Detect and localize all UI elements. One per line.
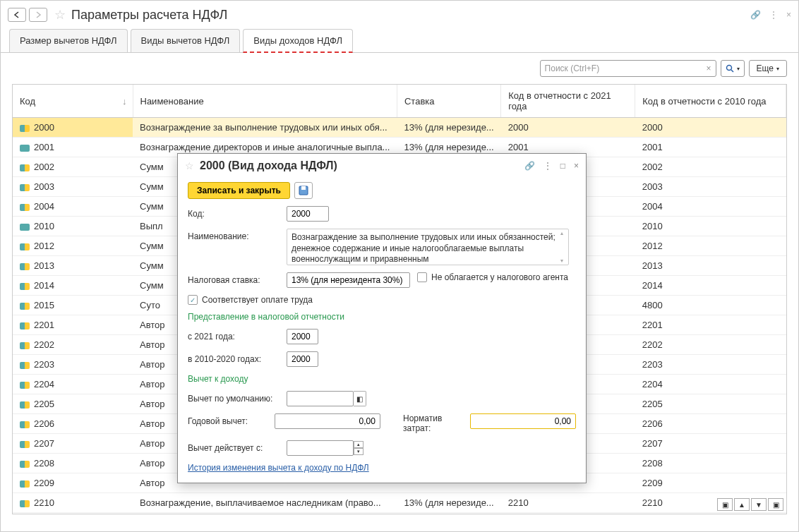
checkbox-not-taxed[interactable] <box>417 272 427 282</box>
input-from2021[interactable] <box>287 329 318 344</box>
input-in2010-2020[interactable] <box>287 351 318 367</box>
label-code: Код: <box>188 206 280 219</box>
row-type-icon <box>20 263 30 270</box>
page-title: Параметры расчета НДФЛ <box>71 8 750 23</box>
tab-Размер-вычетов-НДФЛ[interactable]: Размер вычетов НДФЛ <box>9 29 128 52</box>
row-type-icon <box>20 401 30 409</box>
link-icon[interactable]: 🔗 <box>750 10 761 20</box>
tab-Виды-вычетов-НДФЛ[interactable]: Виды вычетов НДФЛ <box>131 29 241 52</box>
checkbox-is-salary[interactable]: ✓ <box>188 295 198 305</box>
column-header-name[interactable]: Наименование <box>133 85 397 118</box>
search-input[interactable]: Поиск (Ctrl+F) × <box>540 60 716 77</box>
row-type-icon <box>20 145 30 152</box>
spinner-down[interactable]: ▾ <box>354 448 364 455</box>
label-not-taxed: Не облагается у налогового агента <box>431 272 568 282</box>
dialog-close-icon[interactable]: × <box>574 161 579 171</box>
save-close-button[interactable]: Записать и закрыть <box>188 182 290 199</box>
history-link[interactable]: История изменения вычета к доходу по НДФ… <box>188 463 576 473</box>
column-header-rate[interactable]: Ставка <box>397 85 500 118</box>
row-type-icon <box>20 224 30 231</box>
search-button[interactable]: ▾ <box>721 60 745 77</box>
row-type-icon <box>20 184 30 191</box>
row-type-icon <box>20 480 30 488</box>
svg-rect-3 <box>301 186 306 190</box>
svg-line-1 <box>731 70 733 72</box>
tab-Виды-доходов-НДФЛ[interactable]: Виды доходов НДФЛ <box>243 29 353 53</box>
nav-bottom-button[interactable]: ▣ <box>768 498 783 511</box>
dialog-favorite-icon[interactable]: ☆ <box>185 160 194 171</box>
label-from2021: с 2021 года: <box>188 329 280 341</box>
dialog-maximize-icon[interactable]: □ <box>560 161 565 171</box>
row-type-icon <box>20 204 30 211</box>
table-row[interactable]: 2000Вознаграждение за выполнение трудовы… <box>13 118 786 138</box>
label-cost-norm: Норматив затрат: <box>403 413 463 433</box>
label-deduction-from: Вычет действует с: <box>188 440 280 453</box>
label-in2010-2020: в 2010-2020 годах: <box>188 351 280 364</box>
sort-indicator-icon: ↓ <box>122 96 127 107</box>
label-is-salary: Соответствует оплате труда <box>202 295 313 305</box>
dialog-link-icon[interactable]: 🔗 <box>524 161 535 171</box>
row-type-icon <box>20 421 30 428</box>
search-placeholder: Поиск (Ctrl+F) <box>545 64 600 73</box>
row-type-icon <box>20 303 30 310</box>
close-icon[interactable]: × <box>786 10 791 20</box>
input-default-deduction[interactable] <box>287 391 354 406</box>
row-type-icon <box>20 362 30 369</box>
spinner-up[interactable]: ▴ <box>354 441 364 448</box>
income-type-dialog: ☆ 2000 (Вид дохода НДФЛ) 🔗 ⋮ □ × Записат… <box>177 153 587 483</box>
column-header-code[interactable]: Код ↓ <box>13 85 133 118</box>
label-annual-deduction: Годовой вычет: <box>188 413 268 426</box>
nav-top-button[interactable]: ▣ <box>717 498 733 511</box>
row-type-icon <box>20 441 30 448</box>
label-default-deduction: Вычет по умолчанию: <box>188 391 280 404</box>
label-name: Наименование: <box>188 229 280 241</box>
row-type-icon <box>20 500 30 507</box>
nav-down-button[interactable]: ▼ <box>751 498 767 511</box>
row-type-icon <box>20 283 30 290</box>
search-clear-icon[interactable]: × <box>707 64 711 73</box>
picker-default-deduction[interactable]: ◧ <box>354 391 366 406</box>
row-type-icon <box>20 461 30 468</box>
more-button[interactable]: Еще ▾ <box>749 60 787 77</box>
section-deduction-title: Вычет к доходу <box>188 374 576 384</box>
nav-forward-button[interactable] <box>29 8 47 22</box>
input-annual-deduction[interactable] <box>275 413 380 429</box>
column-header-report2010[interactable]: Код в отчетности с 2010 года <box>635 85 786 118</box>
input-code[interactable] <box>287 206 329 222</box>
dialog-title: 2000 (Вид дохода НДФЛ) <box>200 159 524 172</box>
column-header-report2021[interactable]: Код в отчетности с 2021 года <box>501 85 635 118</box>
row-type-icon <box>20 322 30 330</box>
row-type-icon <box>20 243 30 250</box>
input-deduction-from[interactable] <box>287 440 354 456</box>
svg-point-0 <box>726 66 731 71</box>
input-cost-norm[interactable] <box>470 413 576 429</box>
row-type-icon <box>20 382 30 389</box>
label-rate: Налоговая ставка: <box>188 272 280 285</box>
favorite-star-icon[interactable]: ☆ <box>54 7 66 23</box>
row-type-icon <box>20 342 30 349</box>
section-report-title: Представление в налоговой отчетности <box>188 312 576 322</box>
row-type-icon <box>20 125 30 132</box>
save-button[interactable] <box>294 182 313 199</box>
nav-back-button[interactable] <box>8 8 26 22</box>
nav-up-button[interactable]: ▲ <box>734 498 750 511</box>
row-type-icon <box>20 164 30 171</box>
textarea-name[interactable]: Вознаграждение за выполнение трудовых ил… <box>287 229 569 265</box>
input-rate[interactable] <box>287 272 410 288</box>
table-row[interactable]: 2210Вознаграждение, выплачиваемое наслед… <box>13 493 786 513</box>
menu-dots-icon[interactable]: ⋮ <box>769 10 778 20</box>
dialog-menu-icon[interactable]: ⋮ <box>543 161 552 171</box>
